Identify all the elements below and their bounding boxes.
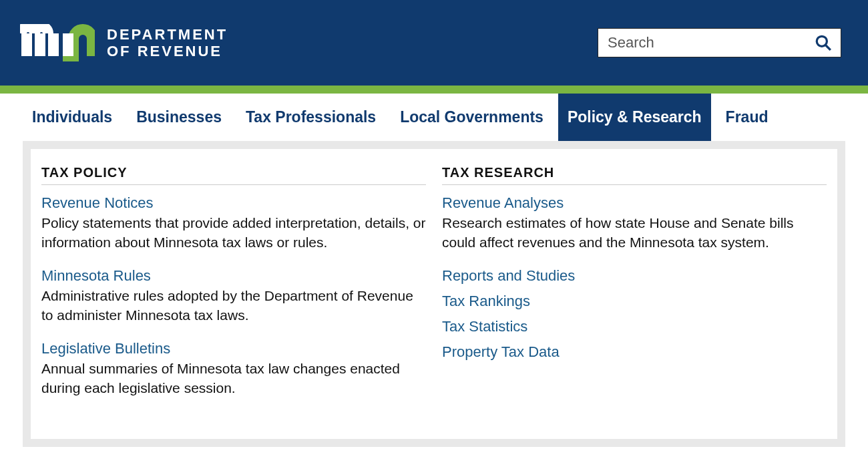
department-title: DEPARTMENT OF REVENUE (107, 26, 228, 60)
nav-policy-research[interactable]: Policy & Research (558, 94, 711, 141)
col-heading-tax-research: TAX RESEARCH (442, 165, 827, 185)
nav-tax-professionals[interactable]: Tax Professionals (236, 94, 385, 141)
nav-local-governments[interactable]: Local Governments (391, 94, 553, 141)
nav-businesses[interactable]: Businesses (127, 94, 231, 141)
search-input[interactable] (598, 28, 841, 57)
link-legislative-bulletins[interactable]: Legislative Bulletins (41, 340, 170, 357)
mn-logo-icon (20, 24, 95, 61)
link-revenue-notices[interactable]: Revenue Notices (41, 194, 154, 212)
link-tax-rankings[interactable]: Tax Rankings (442, 293, 827, 310)
desc-revenue-notices: Policy statements that provide added int… (41, 213, 426, 253)
link-reports-and-studies[interactable]: Reports and Studies (442, 267, 827, 285)
svg-line-2 (825, 45, 831, 50)
main-nav: Individuals Businesses Tax Professionals… (0, 94, 868, 141)
mega-col-tax-research: TAX RESEARCH Revenue Analyses Research e… (442, 165, 827, 412)
link-block-legislative-bulletins: Legislative Bulletins Annual summaries o… (41, 340, 426, 398)
search-container (598, 28, 841, 57)
link-minnesota-rules[interactable]: Minnesota Rules (41, 267, 151, 285)
link-block-revenue-notices: Revenue Notices Policy statements that p… (41, 194, 426, 253)
link-block-minnesota-rules: Minnesota Rules Administrative rules ado… (41, 267, 426, 325)
link-tax-statistics[interactable]: Tax Statistics (442, 318, 827, 335)
logo-group: DEPARTMENT OF REVENUE (20, 24, 228, 61)
department-line2: OF REVENUE (107, 43, 228, 59)
search-icon[interactable] (815, 34, 832, 51)
link-block-revenue-analyses: Revenue Analyses Research estimates of h… (442, 194, 827, 253)
desc-minnesota-rules: Administrative rules adopted by the Depa… (41, 286, 426, 325)
link-property-tax-data[interactable]: Property Tax Data (442, 343, 827, 361)
nav-fraud[interactable]: Fraud (716, 94, 778, 141)
nav-individuals[interactable]: Individuals (23, 94, 122, 141)
mega-menu: TAX POLICY Revenue Notices Policy statem… (23, 141, 845, 447)
svg-rect-0 (63, 33, 73, 56)
site-header: DEPARTMENT OF REVENUE (0, 0, 868, 86)
link-revenue-analyses[interactable]: Revenue Analyses (442, 194, 564, 212)
desc-legislative-bulletins: Annual summaries of Minnesota tax law ch… (41, 359, 426, 398)
svg-point-1 (817, 36, 827, 46)
col-heading-tax-policy: TAX POLICY (41, 165, 426, 185)
accent-strip (0, 86, 868, 94)
desc-revenue-analyses: Research estimates of how state House an… (442, 213, 827, 253)
mega-col-tax-policy: TAX POLICY Revenue Notices Policy statem… (41, 165, 426, 412)
department-line1: DEPARTMENT (107, 26, 228, 43)
